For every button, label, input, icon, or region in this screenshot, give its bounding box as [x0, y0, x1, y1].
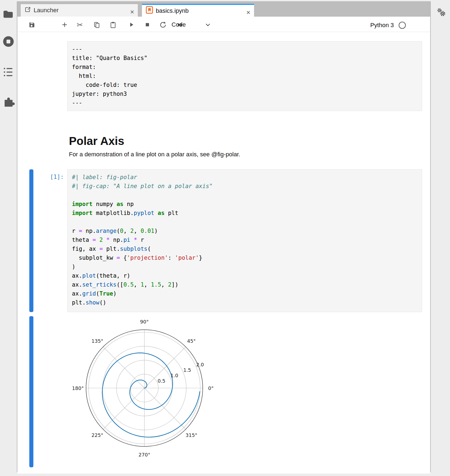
jupyterlab-window: Launcher basics.ipynb	[0, 0, 450, 476]
raw-cell-editor[interactable]: ---title: "Quarto Basics"format: html: c…	[67, 41, 422, 111]
notebook-content: ---title: "Quarto Basics"format: html: c…	[17, 32, 430, 474]
code-cell-text: #| label: fig-polar#| fig-cap: "A line p…	[68, 170, 422, 310]
stop-button[interactable]	[143, 21, 152, 29]
output-collapser[interactable]	[29, 316, 33, 467]
markdown-paragraph: For a demonstration of a line plot on a …	[69, 151, 240, 158]
svg-text:90°: 90°	[140, 319, 149, 325]
tab-notebook[interactable]: basics.ipynb	[142, 4, 254, 17]
close-icon[interactable]	[130, 8, 134, 12]
tab-launcher[interactable]: Launcher	[20, 4, 138, 17]
cell-type-value: Code	[172, 21, 186, 28]
insert-cell-button[interactable]	[60, 21, 69, 29]
raw-cell-text: ---title: "Quarto Basics"format: html: c…	[68, 42, 422, 111]
extensions-icon[interactable]	[3, 95, 15, 108]
launcher-icon	[24, 6, 31, 14]
paste-cells-button[interactable]	[108, 21, 118, 29]
kernel-status-icon[interactable]	[398, 21, 406, 29]
stop-icon	[144, 21, 151, 28]
restart-icon	[159, 21, 167, 28]
svg-text:1.5: 1.5	[183, 367, 191, 373]
input-collapser[interactable]	[29, 169, 33, 312]
svg-text:270°: 270°	[138, 452, 150, 458]
run-icon	[128, 21, 135, 28]
cell-type-dropdown[interactable]: Code	[172, 21, 210, 28]
svg-text:315°: 315°	[186, 432, 197, 438]
run-button[interactable]	[127, 21, 136, 29]
polar-plot-output: 0°45°90°135°180°225°270°315°0.51.01.52.0	[63, 317, 226, 467]
tab-label: basics.ipynb	[156, 7, 189, 14]
svg-text:1.0: 1.0	[170, 373, 178, 378]
copy-cells-button[interactable]	[92, 21, 101, 29]
svg-text:180°: 180°	[72, 385, 84, 391]
tab-label: Launcher	[34, 7, 59, 14]
app-panel: Launcher basics.ipynb	[17, 1, 431, 472]
save-icon	[28, 21, 36, 28]
code-cell-editor[interactable]: #| label: fig-polar#| fig-cap: "A line p…	[67, 169, 422, 312]
svg-text:135°: 135°	[91, 338, 103, 344]
cut-cells-button[interactable]: ✂	[75, 21, 84, 29]
markdown-heading: Polar Axis	[69, 135, 124, 148]
scissors-icon: ✂	[77, 21, 83, 28]
svg-text:45°: 45°	[187, 338, 196, 344]
execution-count: [1]:	[20, 173, 64, 182]
table-of-contents-icon[interactable]	[4, 67, 13, 78]
kernel-name[interactable]: Python 3	[370, 22, 394, 29]
close-icon[interactable]	[246, 9, 250, 13]
chevron-down-icon	[205, 23, 210, 26]
plus-icon	[61, 21, 68, 28]
copy-icon	[93, 21, 100, 28]
svg-text:0°: 0°	[208, 385, 214, 391]
notebook-icon	[146, 6, 153, 15]
svg-text:2.0: 2.0	[196, 362, 204, 367]
running-kernels-icon[interactable]	[3, 36, 14, 48]
restart-kernel-button[interactable]	[158, 21, 167, 29]
file-browser-icon[interactable]	[3, 10, 13, 19]
svg-text:0.5: 0.5	[158, 378, 166, 384]
tab-bar: Launcher basics.ipynb	[17, 2, 430, 17]
save-button[interactable]	[27, 21, 36, 29]
notebook-toolbar: ✂	[17, 17, 430, 32]
svg-text:225°: 225°	[91, 432, 103, 438]
paste-icon	[109, 21, 117, 28]
settings-gears-icon[interactable]	[436, 8, 446, 18]
